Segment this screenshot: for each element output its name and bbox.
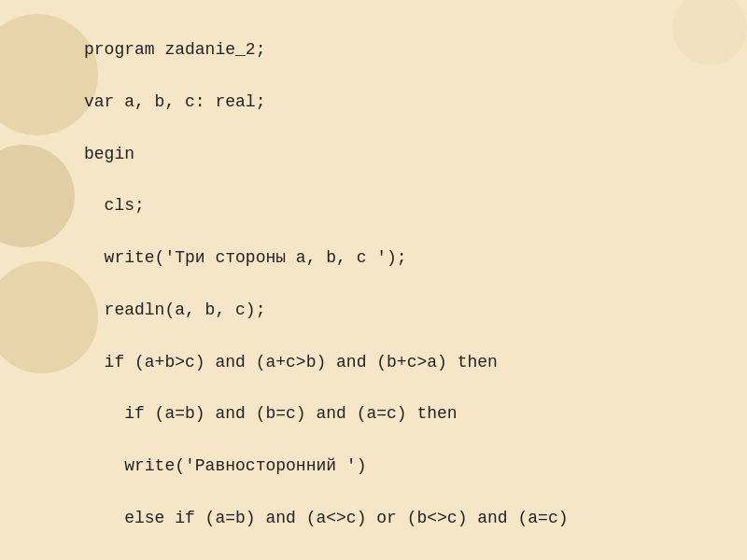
code-line-4: cls; [84,193,738,219]
code-line-1: program zadanie_2; [84,37,738,63]
code-line-5: write('Три стороны a, b, c '); [84,245,738,272]
code-line-3: begin [84,142,738,168]
decoration-circle-2 [0,145,75,247]
code-block: program zadanie_2; var a, b, c: real; be… [84,37,738,560]
code-line-6: readln(a, b, c); [84,298,738,324]
code-line-7: if (a+b>c) and (a+c>b) and (b+c>a) then [84,350,738,376]
code-line-2: var a, b, c: real; [84,90,738,116]
code-line-10: else if (a=b) and (a<>c) or (b<>c) and (… [84,506,738,532]
code-content-area: program zadanie_2; var a, b, c: real; be… [75,28,747,560]
code-line-8: if (a=b) and (b=c) and (a=c) then [84,401,738,427]
code-line-9: write('Равносторонний ') [84,454,738,480]
